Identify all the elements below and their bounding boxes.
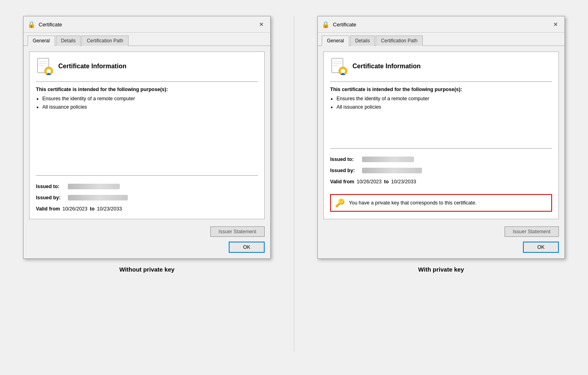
- left-cert-divider: [36, 81, 258, 82]
- right-valid-from-label: Valid from: [330, 179, 354, 185]
- right-close-button[interactable]: ✕: [551, 20, 560, 29]
- right-cert-info-box: Certificate Information This certificate…: [323, 52, 559, 219]
- left-tab-general[interactable]: General: [28, 36, 55, 46]
- right-titlebar: 🔒 Certificate ✕: [318, 16, 564, 33]
- left-panel-label: Without private key: [119, 266, 174, 273]
- right-issued-to-value: [362, 157, 414, 162]
- left-purpose-item-1: Ensures the identity of a remote compute…: [42, 95, 258, 103]
- right-purpose-item-1: Ensures the identity of a remote compute…: [337, 95, 552, 103]
- right-tab-details[interactable]: Details: [350, 36, 375, 46]
- right-purpose-list: Ensures the identity of a remote compute…: [337, 95, 552, 112]
- left-issued-to-label: Issued to:: [36, 184, 68, 189]
- right-issued-to-label: Issued to:: [330, 157, 362, 162]
- left-issued-by-value: [68, 195, 128, 200]
- left-purpose-list: Ensures the identity of a remote compute…: [42, 95, 258, 112]
- left-dialog-body: Certificate Information This certificate…: [24, 46, 270, 223]
- right-valid-to-date: 10/23/2033: [391, 179, 416, 185]
- right-footer: Issuer Statement: [318, 223, 564, 240]
- left-valid-from-date: 10/26/2023: [62, 206, 87, 212]
- left-tab-details[interactable]: Details: [56, 36, 81, 46]
- right-tab-general[interactable]: General: [322, 36, 349, 46]
- right-cert-fields: Issued to: Issued by: Valid from 10/26/2…: [330, 148, 552, 212]
- right-cert-info-header: Certificate Information: [330, 58, 552, 75]
- left-cert-info-title: Certificate Information: [58, 63, 127, 70]
- left-valid-to-date: 10/23/2033: [97, 206, 122, 212]
- right-tab-cert-path[interactable]: Certification Path: [376, 36, 422, 46]
- left-valid-field: Valid from 10/26/2023 to 10/23/2033: [36, 206, 258, 212]
- left-cert-fields: Issued to: Issued by: Valid from 10/26/2…: [36, 175, 258, 212]
- right-issued-by-value: [362, 168, 422, 173]
- left-dialog: 🔒 Certificate ✕ General Details Certific…: [23, 16, 271, 259]
- right-tab-bar: General Details Certification Path: [318, 33, 564, 46]
- left-valid-from-label: Valid from: [36, 206, 60, 212]
- right-issued-to-field: Issued to:: [330, 157, 552, 162]
- left-tab-bar: General Details Certification Path: [24, 33, 270, 46]
- left-panel: 🔒 Certificate ✕ General Details Certific…: [0, 8, 294, 359]
- left-purpose-item-2: All issuance policies: [42, 103, 258, 111]
- right-close-icon: ✕: [553, 21, 558, 28]
- left-issued-to-value: [68, 184, 120, 189]
- key-icon: 🔑: [335, 198, 345, 208]
- right-title-icon: 🔒: [322, 21, 330, 28]
- left-ok-button[interactable]: OK: [229, 242, 265, 253]
- right-panel: 🔒 Certificate ✕ General Details Certific…: [294, 8, 588, 359]
- left-cert-info-header: Certificate Information: [36, 58, 258, 75]
- left-titlebar: 🔒 Certificate ✕: [24, 16, 270, 33]
- right-cert-divider: [330, 81, 552, 82]
- right-private-key-notice: 🔑 You have a private key that correspond…: [330, 194, 552, 212]
- left-issued-to-field: Issued to:: [36, 184, 258, 189]
- right-cert-info-title: Certificate Information: [352, 63, 421, 70]
- right-ok-button[interactable]: OK: [523, 242, 559, 253]
- right-purpose-title: This certificate is intended for the fol…: [330, 87, 552, 92]
- left-close-icon: ✕: [259, 21, 264, 28]
- right-issued-by-field: Issued by:: [330, 168, 552, 173]
- left-tab-cert-path[interactable]: Certification Path: [81, 36, 128, 46]
- page-wrapper: 🔒 Certificate ✕ General Details Certific…: [0, 8, 588, 359]
- right-cert-icon: [330, 58, 348, 75]
- right-panel-label: With private key: [418, 266, 464, 273]
- left-valid-to-label: to: [90, 206, 95, 212]
- right-issuer-statement-button[interactable]: Issuer Statement: [505, 226, 559, 237]
- left-title-text: Certificate: [39, 22, 253, 28]
- left-issued-by-label: Issued by:: [36, 195, 68, 200]
- right-issued-by-label: Issued by:: [330, 168, 362, 173]
- left-cert-icon: [36, 58, 53, 75]
- left-purpose-title: This certificate is intended for the fol…: [36, 87, 258, 92]
- left-issued-by-field: Issued by:: [36, 195, 258, 200]
- left-footer: Issuer Statement: [24, 223, 270, 240]
- right-dialog: 🔒 Certificate ✕ General Details Certific…: [317, 16, 565, 259]
- left-issuer-statement-button[interactable]: Issuer Statement: [210, 226, 265, 237]
- right-purpose-item-2: All issuance policies: [337, 103, 552, 111]
- left-title-icon: 🔒: [28, 21, 36, 28]
- right-title-text: Certificate: [333, 22, 548, 28]
- left-close-button[interactable]: ✕: [257, 20, 266, 29]
- left-cert-info-box: Certificate Information This certificate…: [29, 52, 265, 219]
- right-dialog-body: Certificate Information This certificate…: [318, 46, 564, 223]
- right-valid-field: Valid from 10/26/2023 to 10/23/2033: [330, 179, 552, 185]
- right-private-key-text: You have a private key that corresponds …: [349, 200, 477, 206]
- right-valid-to-label: to: [384, 179, 389, 185]
- right-valid-from-date: 10/26/2023: [356, 179, 382, 185]
